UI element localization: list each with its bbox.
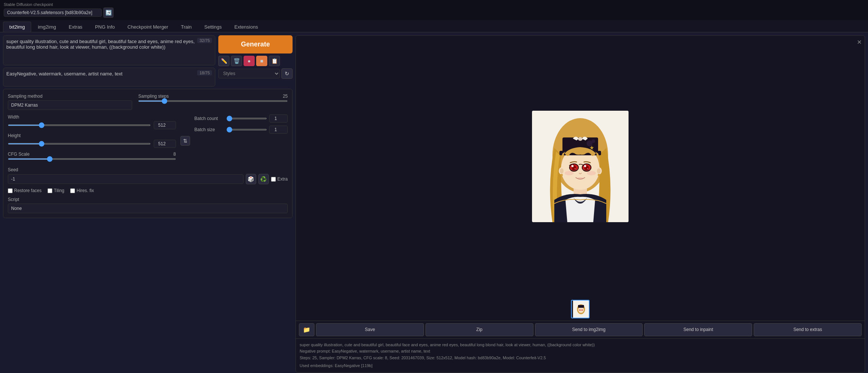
tab-settings[interactable]: Settings: [198, 22, 228, 32]
apply-style-button[interactable]: ↻: [281, 68, 293, 79]
batch-count-label: Batch count: [195, 116, 224, 121]
styles-select[interactable]: Styles: [218, 69, 280, 78]
seed-row: 🎲 ♻️ Extra: [8, 174, 288, 184]
sampling-steps-section: Sampling steps 25: [138, 94, 288, 110]
checkpoint-label: Stable Diffusion checkpoint: [4, 2, 114, 7]
seed-label: Seed: [8, 167, 288, 172]
negative-prompt-input[interactable]: EasyNegative, watermark, username, artis…: [3, 68, 215, 85]
svg-point-19: [587, 168, 588, 169]
script-select[interactable]: None: [8, 204, 288, 213]
batch-count-row: Batch count: [195, 114, 288, 123]
tab-png-info[interactable]: PNG Info: [89, 22, 121, 32]
generate-button[interactable]: Generate: [218, 35, 293, 53]
orange-square-icon-button[interactable]: ■: [256, 56, 267, 66]
svg-point-32: [581, 309, 583, 311]
close-image-button[interactable]: ✕: [857, 39, 862, 46]
positive-prompt-container: 32/75 super quality illustration, cute a…: [3, 35, 215, 65]
size-batch-row: Width Height CFG Scale 8: [8, 114, 288, 163]
svg-point-17: [584, 165, 586, 167]
image-negative-prompt: Negative prompt: EasyNegative, watermark…: [300, 348, 861, 355]
red-circle-icon-button[interactable]: ●: [244, 56, 255, 66]
tab-train[interactable]: Train: [175, 22, 198, 32]
svg-point-21: [560, 168, 564, 173]
action-buttons: 📁 Save Zip Send to img2img Send to inpai…: [296, 321, 865, 338]
save-button[interactable]: Save: [316, 323, 424, 336]
restore-faces-checkbox[interactable]: Restore faces: [8, 188, 42, 193]
thumbnail-row: [296, 298, 865, 321]
script-label: Script: [8, 197, 288, 202]
svg-point-16: [571, 165, 574, 167]
send-to-inpaint-button[interactable]: Send to inpaint: [644, 323, 752, 336]
image-positive-prompt: super quality illustration, cute and bea…: [300, 342, 861, 348]
left-panel: 32/75 super quality illustration, cute a…: [3, 35, 293, 373]
width-label: Width: [8, 114, 176, 120]
zip-button[interactable]: Zip: [425, 323, 533, 336]
image-embeddings: Used embeddings: EasyNegative [119b]: [300, 363, 861, 369]
batch-size-input[interactable]: [269, 126, 288, 134]
extra-seed-check[interactable]: [271, 177, 276, 182]
svg-point-6: [578, 137, 583, 141]
checkpoint-select[interactable]: Counterfeit-V2.5.safetensors [bd83b90a2e…: [4, 9, 102, 17]
recycle-seed-button[interactable]: ♻️: [258, 174, 269, 184]
styles-row: Styles ↻: [218, 68, 293, 79]
svg-point-31: [579, 309, 581, 311]
open-folder-button[interactable]: 📁: [299, 323, 314, 336]
svg-point-22: [561, 174, 563, 176]
extra-seed-checkbox: Extra: [271, 176, 288, 182]
svg-point-27: [587, 171, 596, 175]
height-label: Height: [8, 133, 176, 138]
nav-tabs: txt2img img2img Extras PNG Info Checkpoi…: [0, 20, 868, 32]
generated-image: [532, 111, 629, 222]
recycle-icon-button[interactable]: ✏️: [218, 56, 229, 66]
prompt-right: Generate ✏️ 🗑️ ● ■ 📋 Styles ↻: [218, 35, 293, 87]
height-slider[interactable]: [8, 143, 151, 145]
swap-section: ⇅: [180, 114, 190, 163]
tab-checkpoint-merger[interactable]: Checkpoint Merger: [121, 22, 174, 32]
script-section: Script None: [8, 197, 288, 213]
generated-image-container: [532, 111, 629, 222]
svg-point-26: [565, 171, 574, 175]
image-area: [296, 36, 865, 298]
tab-extensions[interactable]: Extensions: [228, 22, 264, 32]
svg-rect-33: [578, 305, 584, 308]
height-row: [8, 140, 176, 148]
width-slider[interactable]: [8, 124, 151, 126]
size-section: Width Height CFG Scale 8: [8, 114, 176, 163]
cfg-scale-slider[interactable]: [8, 158, 176, 160]
send-to-img2img-button[interactable]: Send to img2img: [535, 323, 643, 336]
refresh-checkpoint-button[interactable]: 🔄: [103, 7, 114, 18]
trash-icon-button[interactable]: 🗑️: [231, 56, 242, 66]
thumbnail-item[interactable]: [571, 300, 590, 318]
main-layout: 32/75 super quality illustration, cute a…: [0, 32, 868, 373]
image-info: super quality illustration, cute and bea…: [296, 338, 865, 372]
tab-txt2img[interactable]: txt2img: [3, 22, 31, 32]
swap-dimensions-button[interactable]: ⇅: [180, 136, 190, 146]
sampling-method-section: Sampling method DPM2 Karras: [8, 94, 132, 110]
cfg-scale-row: [8, 158, 176, 160]
tiling-checkbox[interactable]: Tiling: [48, 188, 64, 193]
tab-img2img[interactable]: img2img: [32, 22, 62, 32]
image-params: Steps: 25, Sampler: DPM2 Karras, CFG sca…: [300, 355, 861, 361]
send-to-extras-button[interactable]: Send to extras: [754, 323, 862, 336]
batch-count-input[interactable]: [269, 114, 288, 123]
right-panel: ✕: [296, 35, 865, 373]
positive-counter: 32/75: [197, 38, 212, 43]
svg-point-18: [575, 168, 576, 169]
parameters-panel: Sampling method DPM2 Karras Sampling ste…: [3, 89, 293, 218]
paste-icon-button[interactable]: 📋: [269, 56, 280, 66]
negative-counter: 18/75: [197, 70, 212, 75]
tab-extras[interactable]: Extras: [63, 22, 88, 32]
batch-count-slider[interactable]: [226, 118, 267, 119]
width-input[interactable]: [154, 121, 176, 129]
batch-size-slider[interactable]: [226, 129, 267, 130]
positive-prompt-input[interactable]: super quality illustration, cute and bea…: [3, 36, 215, 64]
hires-fix-checkbox[interactable]: Hires. fix: [70, 188, 94, 193]
seed-input[interactable]: [8, 174, 244, 184]
sampling-method-select[interactable]: DPM2 Karras: [8, 100, 132, 110]
height-input[interactable]: [154, 140, 176, 148]
sampling-method-label: Sampling method: [8, 94, 132, 99]
batch-section: Batch count Batch size: [195, 114, 288, 163]
sampling-steps-slider[interactable]: [138, 100, 288, 102]
prompt-row: 32/75 super quality illustration, cute a…: [3, 35, 293, 87]
random-seed-button[interactable]: 🎲: [246, 174, 256, 184]
